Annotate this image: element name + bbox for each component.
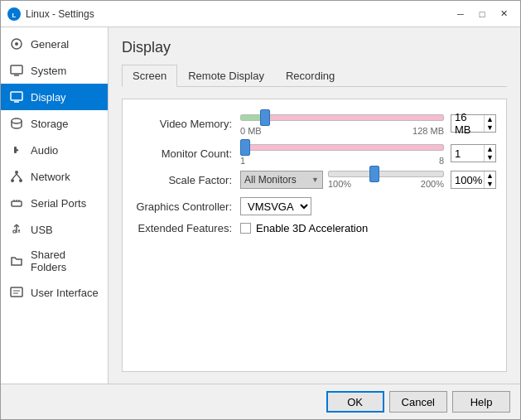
spinbox-down[interactable]: ▼	[485, 123, 495, 132]
sidebar-label-user-interface: User Interface	[31, 287, 99, 299]
monitor-count-label: Monitor Count:	[133, 147, 240, 160]
cancel-button[interactable]: Cancel	[389, 391, 447, 413]
svg-rect-15	[12, 201, 22, 206]
sidebar-label-network: Network	[31, 171, 70, 183]
scale-labels: 100% 200%	[328, 179, 444, 189]
usb-icon	[9, 222, 24, 237]
video-memory-row: Video Memory: 0 MB 128 MB 16	[133, 111, 496, 136]
enable-3d-label: Enable 3D Acceleration	[256, 222, 368, 234]
help-button[interactable]: Help	[452, 391, 510, 413]
svg-point-24	[18, 229, 20, 231]
spinbox-up[interactable]: ▲	[485, 115, 495, 123]
video-memory-min: 0 MB	[240, 126, 262, 136]
scale-thumb[interactable]	[369, 166, 379, 182]
svg-text:L: L	[12, 11, 17, 18]
settings-window: L Linux - Settings ─ □ ✕ General	[0, 0, 521, 420]
footer: OK Cancel Help	[1, 384, 520, 419]
enable-3d-checkbox[interactable]	[240, 223, 251, 234]
tab-screen[interactable]: Screen	[122, 65, 177, 87]
maximize-button[interactable]: □	[472, 6, 492, 22]
system-icon	[9, 63, 24, 78]
svg-point-11	[11, 179, 14, 182]
sidebar-item-display[interactable]: Display	[1, 84, 108, 110]
scale-value: 100%	[451, 174, 484, 186]
video-memory-track[interactable]	[240, 111, 444, 124]
graphics-controller-row: Graphics Controller: VMSVGA	[133, 197, 496, 215]
form-area: Video Memory: 0 MB 128 MB 16	[122, 99, 507, 372]
sidebar-label-system: System	[31, 65, 66, 77]
svg-point-12	[19, 179, 22, 182]
general-icon	[9, 36, 24, 51]
scale-spinbox[interactable]: 100% ▲ ▼	[451, 171, 496, 189]
window-title: Linux - Settings	[26, 8, 94, 20]
storage-icon	[9, 116, 24, 131]
scale-slider-container: 100% 200%	[328, 171, 444, 189]
sidebar: General System Display Storage	[1, 27, 109, 384]
svg-line-13	[12, 174, 17, 179]
scale-slider-wrapper: All Monitors ▼ 100% 200%	[240, 171, 444, 189]
scale-tick: 100%	[328, 179, 351, 189]
video-memory-value: 16 MB	[451, 111, 484, 136]
svg-point-10	[15, 171, 18, 174]
video-memory-slider-container: 0 MB 128 MB	[240, 111, 444, 136]
sidebar-item-usb[interactable]: USB	[1, 216, 108, 243]
ok-button[interactable]: OK	[326, 391, 384, 413]
sidebar-item-network[interactable]: Network	[1, 163, 108, 190]
monitor-count-spinbox[interactable]: 1 ▲ ▼	[451, 144, 496, 162]
sidebar-label-storage: Storage	[31, 118, 69, 130]
scale-spinbox-down[interactable]: ▼	[485, 180, 495, 188]
extended-features-row: Extended Features: Enable 3D Acceleratio…	[133, 222, 496, 234]
sidebar-label-audio: Audio	[31, 144, 58, 157]
shared-folders-icon	[9, 253, 24, 268]
monitor-count-thumb[interactable]	[240, 139, 250, 156]
app-icon: L	[7, 7, 21, 21]
svg-rect-4	[11, 65, 22, 74]
sidebar-label-shared-folders: Shared Folders	[31, 249, 99, 273]
sidebar-item-user-interface[interactable]: User Interface	[1, 279, 108, 306]
scale-factor-row: Scale Factor: All Monitors ▼ 100%	[133, 171, 496, 189]
main-panel: Display Screen Remote Display Recording …	[109, 27, 520, 384]
monitor-count-row: Monitor Count: 1 8 1	[133, 141, 496, 166]
scale-spinbox-arrows: ▲ ▼	[484, 171, 495, 188]
video-memory-labels: 0 MB 128 MB	[240, 126, 444, 136]
video-memory-thumb[interactable]	[260, 109, 270, 126]
sidebar-item-audio[interactable]: Audio	[1, 137, 108, 163]
svg-line-14	[17, 174, 21, 179]
network-icon	[9, 169, 24, 184]
tab-recording[interactable]: Recording	[275, 65, 345, 87]
video-memory-spinbox[interactable]: 16 MB ▲ ▼	[451, 114, 496, 133]
video-memory-max: 128 MB	[412, 126, 444, 136]
scale-factor-label: Scale Factor:	[133, 174, 240, 186]
sidebar-item-system[interactable]: System	[1, 57, 108, 84]
monitor-count-min: 1	[240, 156, 245, 166]
graphics-controller-label: Graphics Controller:	[133, 200, 240, 213]
svg-point-3	[15, 42, 18, 46]
titlebar: L Linux - Settings ─ □ ✕	[1, 1, 520, 27]
video-memory-label: Video Memory:	[133, 118, 240, 130]
scale-spinbox-up[interactable]: ▲	[485, 171, 495, 180]
scale-dropdown[interactable]: All Monitors ▼	[240, 171, 323, 189]
minimize-button[interactable]: ─	[451, 6, 470, 22]
monitor-count-track[interactable]	[240, 141, 444, 154]
svg-rect-25	[11, 287, 22, 297]
sidebar-item-shared-folders[interactable]: Shared Folders	[1, 243, 108, 279]
scale-dropdown-label: All Monitors	[244, 174, 311, 186]
titlebar-controls: ─ □ ✕	[451, 6, 514, 22]
titlebar-left: L Linux - Settings	[7, 7, 94, 21]
close-button[interactable]: ✕	[494, 6, 514, 22]
graphics-controller-select[interactable]: VMSVGA	[240, 197, 311, 215]
scale-max: 200%	[421, 179, 444, 189]
monitor-spinbox-up[interactable]: ▲	[485, 145, 495, 153]
monitor-spinbox-down[interactable]: ▼	[485, 153, 495, 162]
sidebar-label-general: General	[31, 38, 69, 51]
user-interface-icon	[9, 285, 24, 300]
sidebar-label-display: Display	[31, 91, 66, 104]
monitor-count-slider-container: 1 8	[240, 141, 444, 166]
sidebar-item-general[interactable]: General	[1, 31, 108, 57]
tab-remote-display[interactable]: Remote Display	[177, 65, 275, 87]
sidebar-item-storage[interactable]: Storage	[1, 110, 108, 137]
sidebar-label-usb: USB	[31, 224, 53, 236]
scale-track[interactable]	[328, 171, 444, 177]
content-area: General System Display Storage	[1, 27, 520, 384]
sidebar-item-serial-ports[interactable]: Serial Ports	[1, 190, 108, 216]
